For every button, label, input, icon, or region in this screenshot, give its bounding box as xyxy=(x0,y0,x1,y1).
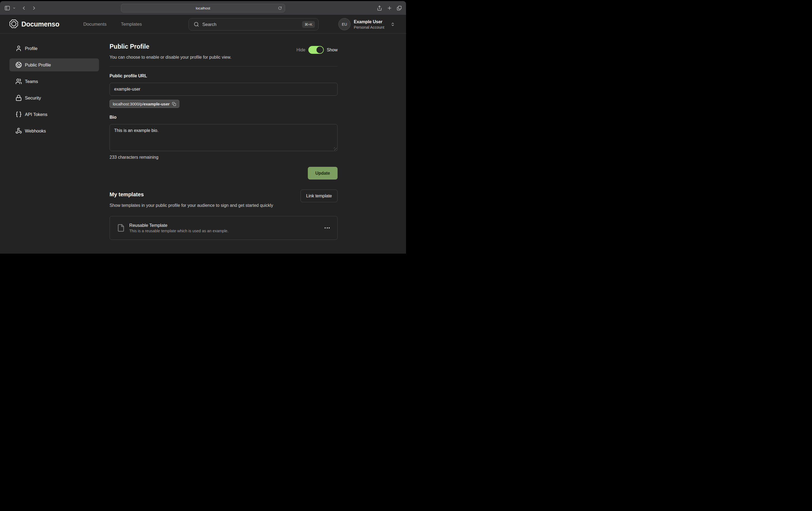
screen: localhost xyxy=(0,0,406,256)
url-slug: example-user xyxy=(143,102,170,106)
file-icon xyxy=(117,224,125,232)
chevrons-up-down-icon[interactable] xyxy=(390,22,395,27)
copy-icon[interactable] xyxy=(172,102,176,106)
resize-handle[interactable] xyxy=(334,147,337,150)
app-body: Profile Public Profile Teams xyxy=(0,34,406,253)
bio-field-wrap: This is an example bio. xyxy=(110,124,338,151)
address-bar-url: localhost xyxy=(196,6,210,10)
user-account-type: Personal Account xyxy=(354,25,384,29)
characters-remaining: 233 characters remaining xyxy=(110,155,338,160)
users-icon xyxy=(16,78,22,85)
browser-window: localhost xyxy=(0,1,406,253)
brand-name: Documenso xyxy=(21,20,59,28)
toggle-knob xyxy=(316,47,323,53)
link-template-button[interactable]: Link template xyxy=(300,189,338,202)
app-header: Documenso Documents Templates Search ⌘+K… xyxy=(0,15,406,33)
sidebar-item-security[interactable]: Security xyxy=(9,91,99,104)
template-name: Reusable Template xyxy=(129,222,229,228)
template-description: This is a reusable template which is use… xyxy=(129,229,229,233)
lock-icon xyxy=(16,95,22,101)
braces-icon xyxy=(16,111,22,118)
update-row: Update xyxy=(110,167,338,180)
user-menu[interactable]: Example User Personal Account xyxy=(354,19,384,29)
forward-icon[interactable] xyxy=(31,5,37,11)
my-templates-header: My templates Show templates in your publ… xyxy=(110,192,338,209)
search-input[interactable]: Search ⌘+K xyxy=(188,18,319,31)
back-icon[interactable] xyxy=(21,5,27,11)
sidebar-toggle-icon[interactable] xyxy=(4,5,10,11)
toggle-show-label: Show xyxy=(327,48,338,53)
browser-toolbar: localhost xyxy=(0,1,406,15)
search-shortcut-badge: ⌘+K xyxy=(302,21,315,28)
sidebar-item-profile[interactable]: Profile xyxy=(9,42,99,55)
nav-templates[interactable]: Templates xyxy=(121,22,142,27)
search-placeholder: Search xyxy=(202,22,216,27)
sidebar-item-teams[interactable]: Teams xyxy=(9,75,99,88)
share-icon[interactable] xyxy=(377,5,382,11)
profile-url-preview: localhost:3000/p/example-user xyxy=(110,100,179,108)
template-list-item[interactable]: Reusable Template This is a reusable tem… xyxy=(110,216,338,240)
update-button[interactable]: Update xyxy=(308,167,338,180)
refresh-icon[interactable] xyxy=(278,6,282,10)
globe-icon xyxy=(16,62,22,68)
avatar[interactable]: EU xyxy=(338,18,351,30)
chevron-down-icon[interactable] xyxy=(13,6,16,9)
profile-visibility-toggle-row: Hide Show xyxy=(296,46,338,54)
sidebar-item-api-tokens[interactable]: API Tokens xyxy=(9,108,99,121)
new-tab-icon[interactable] xyxy=(387,5,392,11)
documenso-app: Documenso Documents Templates Search ⌘+K… xyxy=(0,15,406,253)
address-bar[interactable]: localhost xyxy=(121,4,285,12)
bio-label: Bio xyxy=(110,115,338,120)
brand-logo[interactable]: Documenso xyxy=(9,20,59,29)
page-description: You can choose to enable or disable your… xyxy=(110,55,338,60)
sidebar-item-webhooks[interactable]: Webhooks xyxy=(9,124,99,137)
bio-textarea[interactable]: This is an example bio. xyxy=(110,124,338,151)
my-templates-description: Show templates in your public profile fo… xyxy=(110,202,291,209)
toggle-hide-label: Hide xyxy=(296,48,306,53)
search-icon xyxy=(194,22,199,27)
webhook-icon xyxy=(16,128,22,134)
nav-documents[interactable]: Documents xyxy=(83,22,107,27)
url-prefix: localhost:3000/p/ xyxy=(113,102,143,106)
sidebar-item-public-profile[interactable]: Public Profile xyxy=(9,58,99,71)
ellipsis-menu-icon[interactable] xyxy=(325,228,330,229)
public-profile-settings: Public Profile You can choose to enable … xyxy=(110,34,338,240)
user-icon xyxy=(16,45,22,52)
documenso-logo-icon xyxy=(9,20,18,29)
tab-overview-icon[interactable] xyxy=(397,5,402,11)
profile-url-input[interactable] xyxy=(110,83,338,96)
profile-visibility-toggle[interactable] xyxy=(308,46,324,54)
profile-url-label: Public profile URL xyxy=(110,73,338,79)
settings-sidebar: Profile Public Profile Teams xyxy=(9,42,99,137)
user-name: Example User xyxy=(354,19,384,24)
